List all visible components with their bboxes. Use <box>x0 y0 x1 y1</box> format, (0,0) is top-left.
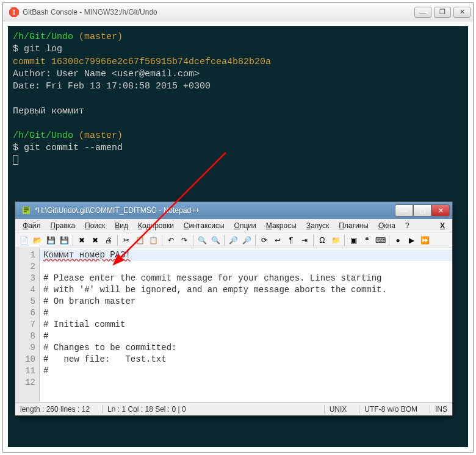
menu-close-x[interactable]: X <box>436 220 449 231</box>
print-icon[interactable]: 🖨 <box>103 234 115 246</box>
zoom-out-icon[interactable]: 🔎 <box>240 234 253 246</box>
gitbash-titlebar[interactable]: GitBash Console - MINGW32:/h/Git/Undo — … <box>3 3 473 21</box>
macro-play-icon[interactable]: ▶ <box>405 234 417 246</box>
terminal-line: commit 16300c79966e2c67f56915b74dcefcea4… <box>13 56 463 68</box>
code-line[interactable]: # <box>40 331 452 342</box>
npp-menubar: ФайлПравкаПоискВидКодировкиСинтаксисыОпц… <box>15 219 452 232</box>
line-number: 1 <box>16 249 35 261</box>
toolbar-separator <box>117 235 118 246</box>
menu-файл[interactable]: Файл <box>19 220 45 231</box>
close-all-icon[interactable]: ✖ <box>89 234 101 246</box>
line-number: 11 <box>16 365 35 377</box>
paste-icon[interactable]: 📋 <box>147 234 159 246</box>
code-line[interactable]: # new file: Test.txt <box>40 354 452 365</box>
terminal-line: Date: Fri Feb 13 17:08:58 2015 +0300 <box>13 81 463 93</box>
code-line[interactable] <box>40 261 452 273</box>
indent-icon[interactable]: ⇥ <box>298 234 311 246</box>
new-icon[interactable]: 📄 <box>18 234 30 246</box>
maximize-button[interactable]: ❐ <box>434 7 451 18</box>
line-number: 8 <box>16 331 35 342</box>
terminal-line <box>13 155 463 169</box>
menu-правка[interactable]: Правка <box>47 220 79 231</box>
menu-поиск[interactable]: Поиск <box>81 220 109 231</box>
minimize-button[interactable]: — <box>414 7 431 18</box>
wrap-icon[interactable]: ↩ <box>272 234 284 246</box>
menu-кодировки[interactable]: Кодировки <box>134 220 178 231</box>
copy-icon[interactable]: 📋 <box>134 234 146 246</box>
line-number: 10 <box>16 354 35 365</box>
lang-icon[interactable]: Ω <box>316 234 328 246</box>
line-number: 3 <box>16 273 35 284</box>
terminal-line <box>13 93 463 105</box>
comment-icon[interactable]: ❝ <box>361 234 373 246</box>
redo-icon[interactable]: ↷ <box>178 234 190 246</box>
code-line[interactable]: # Changes to be committed: <box>40 342 452 354</box>
status-eol: UNIX <box>324 405 347 414</box>
open-icon[interactable]: 📂 <box>31 234 43 246</box>
menu-макросы[interactable]: Макросы <box>262 220 300 231</box>
close-button[interactable]: ✕ <box>431 204 450 217</box>
code-line[interactable]: Коммит номер РАЗ! <box>40 249 452 261</box>
editor-area[interactable]: 123456789101112 Коммит номер РАЗ! # Plea… <box>15 248 452 402</box>
menu-синтаксисы[interactable]: Синтаксисы <box>180 220 228 231</box>
minimize-button[interactable]: — <box>395 204 413 217</box>
save-all-icon[interactable]: 💾 <box>58 234 70 246</box>
undo-icon[interactable]: ↶ <box>165 234 177 246</box>
line-number: 2 <box>16 261 35 273</box>
toolbar-separator <box>389 235 389 246</box>
zoom-in-icon[interactable]: 🔎 <box>227 234 239 246</box>
sync-icon[interactable]: ⟳ <box>258 234 270 246</box>
code-line[interactable] <box>40 377 452 389</box>
code-line[interactable]: # with '#' will be ignored, and an empty… <box>40 284 452 296</box>
status-length: length : 260 lines : 12 <box>20 405 90 414</box>
menu-вид[interactable]: Вид <box>111 220 132 231</box>
replace-icon[interactable]: 🔍 <box>209 234 222 246</box>
status-encoding: UTF-8 w/o BOM <box>359 405 417 414</box>
svg-rect-3 <box>13 10 14 14</box>
close-button[interactable]: ✕ <box>453 7 471 18</box>
code-line[interactable]: # <box>40 307 452 319</box>
code-line[interactable]: # <box>40 365 452 377</box>
close-icon[interactable]: ✖ <box>76 234 88 246</box>
toolbar-separator <box>344 235 345 246</box>
notepadpp-icon <box>21 206 31 215</box>
window-controls: — ❐ ✕ <box>414 7 471 18</box>
menu-опции[interactable]: Опции <box>231 220 260 231</box>
dir-icon[interactable]: 📁 <box>330 234 342 246</box>
cursor-icon <box>13 155 18 165</box>
line-number: 12 <box>16 377 35 389</box>
cut-icon[interactable]: ✂ <box>120 234 132 246</box>
line-gutter: 123456789101112 <box>15 248 40 402</box>
gitbash-title: GitBash Console - MINGW32:/h/Git/Undo <box>23 8 414 16</box>
menu-окна[interactable]: Окна <box>375 220 399 231</box>
terminal-line: $ git commit --amend <box>13 142 463 154</box>
folding-icon[interactable]: ▣ <box>347 234 359 246</box>
code-line[interactable]: # Initial commit <box>40 319 452 331</box>
toolbar-separator <box>313 235 314 246</box>
menu-?[interactable]: ? <box>402 220 413 231</box>
terminal-line <box>13 118 463 130</box>
code-line[interactable]: # Please enter the commit message for yo… <box>40 273 452 284</box>
toolbar-separator <box>224 235 225 246</box>
autocomplete-icon[interactable]: ⌨ <box>374 234 386 246</box>
save-icon[interactable]: 💾 <box>45 234 57 246</box>
toolbar-separator <box>73 235 73 246</box>
line-number: 5 <box>16 296 35 307</box>
line-number: 6 <box>16 307 35 319</box>
menu-плагины[interactable]: Плагины <box>335 220 372 231</box>
code-line[interactable]: # On branch master <box>40 296 452 307</box>
toolbar-separator <box>193 235 193 246</box>
macro-rec-icon[interactable]: ● <box>392 234 404 246</box>
code-area[interactable]: Коммит номер РАЗ! # Please enter the com… <box>40 248 452 402</box>
menu-запуск[interactable]: Запуск <box>303 220 333 231</box>
macro-multi-icon[interactable]: ⏩ <box>419 234 431 246</box>
terminal-line: /h/Git/Undo (master) <box>13 130 463 142</box>
terminal-line: /h/Git/Undo (master) <box>13 31 463 43</box>
npp-titlebar[interactable]: *H:\Git\Undo\.git\COMMIT_EDITMSG - Notep… <box>15 202 452 219</box>
ws-icon[interactable]: ¶ <box>285 234 297 246</box>
line-number: 9 <box>16 342 35 354</box>
find-icon[interactable]: 🔍 <box>196 234 208 246</box>
line-number: 4 <box>16 284 35 296</box>
maximize-button[interactable]: ▢ <box>413 204 431 217</box>
terminal-line: Первый коммит <box>13 106 463 118</box>
